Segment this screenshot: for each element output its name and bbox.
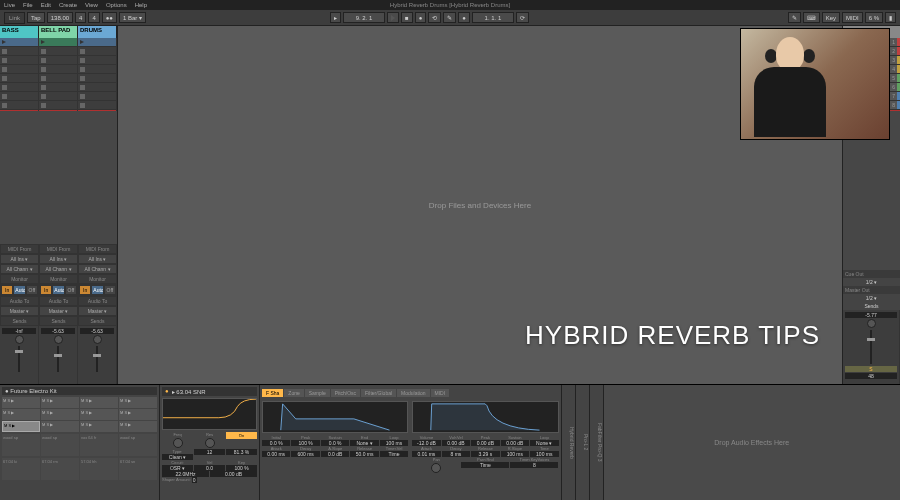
menu-create[interactable]: Create (59, 2, 77, 8)
voices[interactable]: 8 (510, 462, 558, 468)
volume-fader[interactable] (96, 346, 98, 372)
clip-slot[interactable] (78, 65, 116, 74)
tab-pitch[interactable]: Pitch/Osc (331, 389, 360, 397)
drum-pad[interactable]: M S ▶ (80, 421, 118, 432)
filter-envelope-display[interactable] (262, 401, 408, 433)
filter-on-toggle[interactable]: On (226, 432, 257, 439)
midi-from-routing[interactable]: All Ins ▾ (0, 254, 39, 264)
drum-pad[interactable]: M S ▶ (41, 409, 79, 420)
filter-res-val[interactable]: 81.3 % (226, 449, 257, 455)
pan-knob[interactable] (54, 335, 63, 344)
monitor-in[interactable]: In (1, 285, 13, 295)
drum-cell[interactable]: 67.04 ki (2, 458, 40, 480)
pan-knob[interactable] (431, 463, 441, 473)
automation-arm[interactable]: ✎ (443, 12, 456, 23)
session-record[interactable]: ● (458, 12, 470, 23)
menu-live[interactable]: Live (4, 2, 15, 8)
tab-zone[interactable]: Zone (284, 389, 303, 397)
device-title-bar[interactable]: ●▸ 63.04 SNR (162, 387, 257, 396)
link-toggle[interactable]: Link (4, 12, 25, 24)
clip-slot[interactable] (78, 83, 116, 92)
drum-cell[interactable]: wood sp (2, 434, 40, 456)
clip-slot[interactable] (78, 74, 116, 83)
metronome-toggle[interactable]: ●● (102, 12, 117, 23)
monitor-off[interactable]: Off (26, 285, 38, 295)
device-title[interactable]: ● Future Electro Kit (2, 387, 157, 395)
solo-button[interactable]: S (845, 366, 897, 372)
clip-slot[interactable] (0, 65, 38, 74)
fx-slot-hybrid-reverb[interactable]: Hybrid Reverb (562, 385, 576, 500)
clip-slot[interactable] (39, 74, 77, 83)
tempo-field[interactable]: 138.00 (47, 12, 73, 23)
clip-slot[interactable] (39, 101, 77, 110)
clip-slot[interactable] (39, 92, 77, 101)
stop-button[interactable]: ■ (401, 12, 413, 23)
clip-slot[interactable] (78, 38, 116, 47)
master-out-routing[interactable]: 1/2 ▾ (843, 294, 900, 302)
drum-cell[interactable]: 67.04 rm (41, 458, 79, 480)
drum-pad[interactable]: M S ▶ (80, 397, 118, 408)
master-fader[interactable] (870, 330, 872, 364)
volume-fader[interactable] (57, 346, 59, 372)
clip-slot[interactable] (0, 74, 38, 83)
filter-res-knob[interactable] (205, 438, 215, 448)
menu-options[interactable]: Options (106, 2, 127, 8)
clip-slot[interactable] (39, 47, 77, 56)
filter-freq-val[interactable]: 12 (194, 449, 225, 455)
drum-pad[interactable]: M S ▶ (2, 421, 40, 432)
cue-out-routing[interactable]: 1/2 ▾ (843, 278, 900, 286)
clip-slot[interactable] (0, 83, 38, 92)
fx-drop-area[interactable]: Drop Audio Effects Here (604, 385, 901, 500)
midi-map[interactable]: MIDI (842, 12, 863, 23)
quantize-menu[interactable]: 1 Bar ▾ (119, 12, 146, 23)
midi-channel[interactable]: All Chann ▾ (0, 264, 39, 274)
tab-mod[interactable]: Modulation (397, 389, 429, 397)
clip-slot[interactable] (0, 47, 38, 56)
drum-pad[interactable]: M S ▶ (41, 397, 79, 408)
drum-cell[interactable]: 57.04 hh (80, 458, 118, 480)
tab-midi[interactable]: MIDI (431, 389, 450, 397)
clip-slot[interactable] (78, 56, 116, 65)
tab-sample[interactable]: Sample (305, 389, 330, 397)
drum-pad[interactable]: M S ▶ (2, 409, 40, 420)
record-button[interactable]: ● (415, 12, 427, 23)
device-on-icon[interactable]: ● (165, 388, 169, 395)
clip-slot[interactable] (39, 83, 77, 92)
cue-volume-knob[interactable] (867, 319, 876, 328)
menu-help[interactable]: Help (135, 2, 147, 8)
clip-slot[interactable] (39, 56, 77, 65)
filter-freq-knob[interactable] (173, 438, 183, 448)
drum-cell[interactable]: wood sp (119, 434, 157, 456)
play-button[interactable] (387, 12, 399, 23)
sig-numerator[interactable]: 4 (75, 12, 86, 23)
volume-fader[interactable] (18, 346, 20, 372)
clip-slot[interactable] (0, 38, 38, 47)
loop-start[interactable]: 1. 1. 1 (472, 12, 514, 23)
key-map[interactable]: Key (822, 12, 840, 23)
clip-slot[interactable] (0, 92, 38, 101)
tap-tempo[interactable]: Tap (27, 12, 45, 23)
global-groove[interactable]: 48 (845, 373, 897, 379)
follow-toggle[interactable]: ▸ (330, 12, 341, 23)
clip-slot[interactable] (39, 38, 77, 47)
sends-pre-post[interactable]: Sends (843, 302, 900, 310)
song-position[interactable]: 9. 2. 1 (343, 12, 385, 23)
sig-denominator[interactable]: 4 (88, 12, 99, 23)
tab-fsha[interactable]: F Sha (262, 389, 283, 397)
clip-slot[interactable] (78, 47, 116, 56)
draw-mode[interactable]: ✎ (788, 12, 801, 23)
monitor-auto[interactable]: Auto (13, 285, 25, 295)
volume-envelope-display[interactable] (412, 401, 558, 433)
drum-pad[interactable]: M S ▶ (41, 421, 79, 432)
clip-slot[interactable] (78, 101, 116, 110)
menu-view[interactable]: View (85, 2, 98, 8)
clip-slot[interactable] (78, 92, 116, 101)
clip-slot[interactable] (0, 56, 38, 65)
pan-knob[interactable] (93, 335, 102, 344)
menu-edit[interactable]: Edit (41, 2, 51, 8)
loop-toggle[interactable]: ⟳ (516, 12, 529, 23)
drive-val[interactable]: 0.00 dB (210, 471, 257, 477)
tab-filter[interactable]: Filter/Global (361, 389, 396, 397)
computer-midi[interactable]: ⌨ (803, 12, 820, 23)
track-header-drums[interactable]: DRUMS (78, 26, 117, 38)
